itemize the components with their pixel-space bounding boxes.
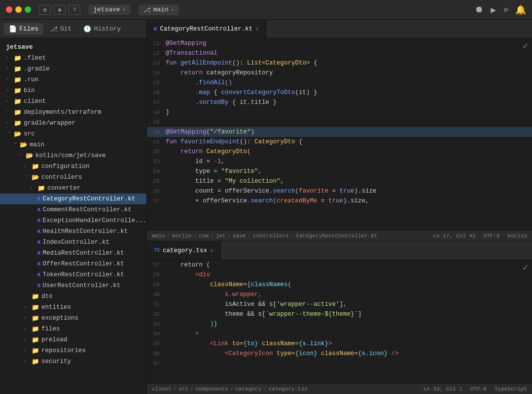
code-line: 34 > [147, 329, 532, 339]
top-code-content: ✓ 11@GetMapping12@Transactional13fun get… [147, 38, 532, 206]
tree-item-exception-kt[interactable]: › K ExceptionHandlerControlle... [0, 215, 146, 226]
line-number: 25 [147, 178, 166, 184]
tree-item-controllers[interactable]: › 📂 controllers [0, 172, 146, 183]
branch-selector[interactable]: ⎇ main ▾ [139, 4, 179, 15]
code-line: 11@GetMapping [147, 38, 532, 48]
line-content: theme && s[`wrapper--theme-${theme}`] [166, 311, 362, 318]
tree-item-token-kt[interactable]: › K TokenRestController.kt [0, 269, 146, 280]
chevron-icon: ▾ [123, 7, 126, 13]
tree-item-src[interactable]: › 📂 src [0, 129, 146, 139]
tree-item-security[interactable]: › 📁 security [0, 356, 146, 367]
bell-icon[interactable]: 🔔 [515, 4, 526, 15]
code-line: 20@GetMapping("/favorite") [147, 127, 532, 137]
code-line: 36 <CategoryIcon type={icon} className={… [147, 349, 532, 359]
tab-close-button[interactable]: ✕ [255, 26, 259, 32]
bottom-code-content: ✓ 27 return (28 <div29 className={classN… [147, 260, 532, 368]
tree-item-comment-kt[interactable]: › K CommentRestController.kt [0, 204, 146, 215]
line-number: 13 [147, 60, 166, 66]
tree-item-run[interactable]: › 📁 .run [0, 74, 146, 85]
grid-icon[interactable]: ⠿ [69, 5, 80, 15]
tree-item-preload[interactable]: › 📁 preload [0, 334, 146, 345]
project-name[interactable]: jetsave ▾ [88, 4, 131, 15]
sidebar-tab-history[interactable]: 🕐 History [78, 23, 126, 35]
tree-item-repositories[interactable]: › 📁 repositories [0, 345, 146, 356]
tree-item-deployments[interactable]: › 📁 deployments/terraform [0, 107, 146, 118]
tree-item-user-kt[interactable]: › K UserRestController.kt [0, 280, 146, 291]
tree-item-client[interactable]: › 📁 client [0, 96, 146, 107]
tree-item-files[interactable]: › 📁 files [0, 324, 146, 334]
close-button[interactable] [6, 6, 12, 13]
line-content: s.wrapper, [166, 291, 262, 298]
tab-category-kt[interactable]: K CategoryRestController.kt ✕ [147, 20, 266, 38]
line-number: 21 [147, 139, 166, 145]
line-content: @GetMapping("/favorite") [166, 129, 254, 135]
line-number: 11 [147, 40, 166, 46]
layout-icon[interactable]: ▣ [54, 5, 66, 15]
code-line: 21fun favoriteEndpoint(): CategoryDto { [147, 137, 532, 147]
code-line: 13fun getAllEndpoint(): List<CategoryDto… [147, 58, 532, 68]
line-number: 32 [147, 311, 166, 317]
tree-item-gradle-wrapper[interactable]: › 📁 gradle/wrapper [0, 118, 146, 129]
top-tab-bar: K CategoryRestController.kt ✕ [147, 20, 532, 38]
branch-icon: ⎇ [143, 6, 151, 14]
code-line: 30 s.wrapper, [147, 290, 532, 299]
bottom-status-bar: client/ src/ components/ category/ categ… [147, 383, 532, 394]
tree-item-main[interactable]: › 📂 main [0, 139, 146, 150]
line-number: 27 [147, 198, 166, 204]
tree-item-index-kt[interactable]: › K IndexController.kt [0, 237, 146, 248]
sidebar-tab-git[interactable]: ⎇ Git [45, 23, 76, 35]
tree-item-configuration[interactable]: › 📁 configuration [0, 161, 146, 172]
code-line: 32 theme && s[`wrapper--theme-${theme}`] [147, 309, 532, 319]
code-line: 26 count = offerService.search(favorite … [147, 186, 532, 196]
tab-close-bottom-button[interactable]: ✕ [210, 247, 213, 254]
code-line: 16 .map { convertCategoryToDto(it) } [147, 88, 532, 98]
line-number: 33 [147, 321, 166, 327]
line-number: 26 [147, 188, 166, 194]
tree-item-health-kt[interactable]: › K HealthRestController.kt [0, 226, 146, 237]
line-content: .sortedBy { it.title } [166, 99, 277, 106]
line-content: return categoryRepository [166, 69, 273, 76]
sidebar: 📄 Files ⎇ Git 🕐 History jetsave › 📁 .fle… [0, 20, 147, 394]
tree-item-offer-kt[interactable]: › K OfferRestController.kt [0, 259, 146, 269]
bottom-code-editor[interactable]: ✓ 27 return (28 <div29 className={classN… [147, 260, 532, 383]
line-content: > [166, 330, 199, 337]
line-content: fun favoriteEndpoint(): CategoryDto { [166, 138, 303, 145]
record-icon[interactable]: ⏺ [475, 4, 484, 15]
run-icon[interactable]: ▶ [491, 4, 496, 15]
tree-item-kotlin[interactable]: › 📂 kotlin/com/jet/save [0, 150, 146, 161]
top-code-editor[interactable]: ✓ 11@GetMapping12@Transactional13fun get… [147, 38, 532, 230]
minimize-button[interactable] [15, 6, 22, 13]
line-content: )} [166, 321, 217, 328]
tab-category-tsx[interactable]: TS category.tsx ✕ [147, 241, 221, 260]
sidebar-tab-files[interactable]: 📄 Files [4, 23, 43, 35]
line-number: 37 [147, 361, 166, 366]
code-line: 19 [147, 117, 532, 127]
main-container: 📄 Files ⎇ Git 🕐 History jetsave › 📁 .fle… [0, 20, 532, 394]
editor-top-pane: K CategoryRestController.kt ✕ ✓ 11@GetMa… [147, 20, 532, 241]
tree-item-gradle[interactable]: › 📁 .gradle [0, 64, 146, 74]
maximize-button[interactable] [25, 6, 31, 13]
bottom-checkmark-icon: ✓ [523, 262, 528, 273]
line-number: 27 [147, 262, 166, 268]
line-number: 29 [147, 282, 166, 288]
code-line: 33 )} [147, 319, 532, 329]
code-line: 35 <Link to={to} className={s.link}> [147, 339, 532, 349]
sidebar-toggle-icon[interactable]: ▤ [39, 5, 51, 15]
sidebar-tab-bar: 📄 Files ⎇ Git 🕐 History [0, 20, 146, 38]
tree-item-exceptions[interactable]: › 📁 exceptions [0, 313, 146, 324]
code-line: 15 .findAll() [147, 78, 532, 88]
tree-item-media-kt[interactable]: › K MediaRestController.kt [0, 248, 146, 259]
tree-item-entities[interactable]: › 📁 entities [0, 302, 146, 313]
line-number: 30 [147, 292, 166, 297]
tree-item-fleet[interactable]: › 📁 .fleet [0, 53, 146, 64]
search-icon[interactable]: ⌕ [503, 4, 508, 15]
bottom-breadcrumb: client/ src/ components/ category/ categ… [152, 386, 421, 392]
line-number: 22 [147, 149, 166, 155]
tree-item-converter[interactable]: › 📁 converter [0, 183, 146, 194]
tree-item-category-kt[interactable]: › K CategoryRestController.kt [0, 194, 146, 204]
tree-item-dto[interactable]: › 📁 dto [0, 291, 146, 302]
code-line: 12@Transactional [147, 48, 532, 58]
line-content: @Transactional [166, 50, 217, 57]
tree-item-bin[interactable]: › 📁 bin [0, 85, 146, 96]
line-content: .findAll() [166, 79, 232, 86]
